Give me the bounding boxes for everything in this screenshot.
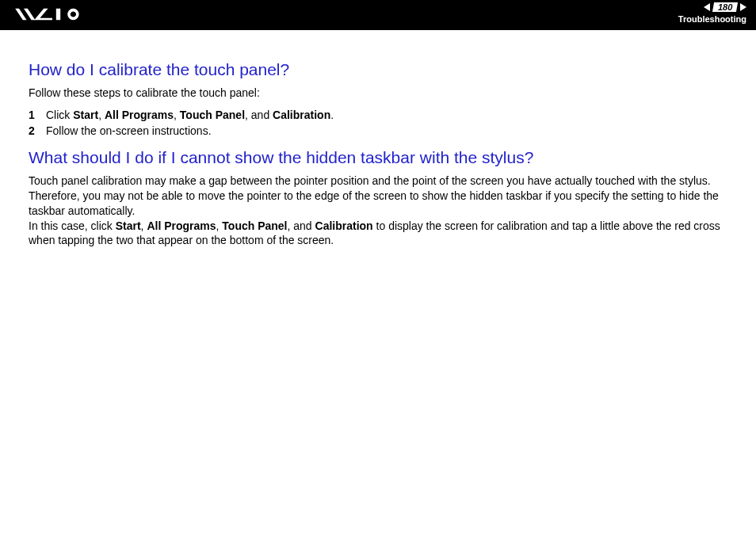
step-number: 2 (29, 124, 46, 137)
arrow-left-icon[interactable] (704, 3, 710, 11)
section-label: Troubleshooting (678, 14, 746, 24)
body-paragraph: Touch panel calibration may make a gap b… (29, 174, 727, 248)
intro-text: Follow these steps to calibrate the touc… (29, 86, 727, 101)
header-bar: 180 Troubleshooting (0, 0, 756, 30)
svg-rect-0 (56, 9, 60, 20)
content-area: How do I calibrate the touch panel? Foll… (0, 30, 756, 248)
page-badge: 180 (704, 2, 746, 12)
heading-stylus: What should I do if I cannot show the hi… (29, 148, 727, 167)
step-text: Click Start, All Programs, Touch Panel, … (46, 109, 334, 121)
step-list: 1 Click Start, All Programs, Touch Panel… (29, 109, 727, 137)
arrow-right-icon[interactable] (740, 3, 746, 11)
step-row: 2 Follow the on-screen instructions. (29, 124, 727, 137)
step-row: 1 Click Start, All Programs, Touch Panel… (29, 109, 727, 121)
page-number: 180 (718, 2, 732, 12)
vaio-logo (14, 5, 100, 24)
step-text: Follow the on-screen instructions. (46, 124, 212, 137)
step-number: 1 (29, 109, 46, 121)
heading-calibrate: How do I calibrate the touch panel? (29, 60, 727, 79)
